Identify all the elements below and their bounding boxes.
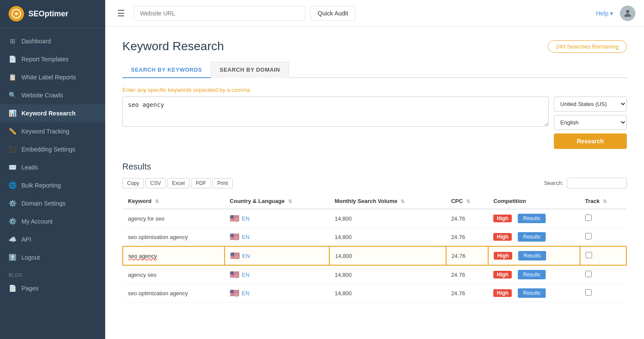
sidebar-item-white-label-reports[interactable]: 📋 White Label Reports bbox=[0, 68, 105, 86]
sidebar-item-bulk-reporting[interactable]: 🌐 Bulk Reporting bbox=[0, 176, 105, 194]
export-pdf-button[interactable]: PDF bbox=[191, 178, 211, 188]
export-print-button[interactable]: Print bbox=[213, 178, 233, 188]
help-chevron-icon: ▾ bbox=[610, 10, 613, 17]
results-button[interactable]: Results bbox=[518, 251, 546, 260]
cell-competition: High Results bbox=[488, 284, 580, 303]
sidebar: SEOptimer ⊞ Dashboard 📄 Report Templates… bbox=[0, 0, 105, 339]
cell-cpc: 24.76 bbox=[446, 209, 489, 228]
sidebar-item-embedding-settings[interactable]: ⬛ Embedding Settings bbox=[0, 140, 105, 158]
cell-cpc: 24.76 bbox=[446, 228, 489, 247]
lang-code: EN bbox=[242, 290, 249, 297]
sidebar-item-api[interactable]: ☁️ API bbox=[0, 230, 105, 248]
sidebar-item-label: Keyword Tracking bbox=[21, 128, 69, 135]
sort-track-icon[interactable]: ⇅ bbox=[603, 199, 607, 204]
sidebar-item-label: Website Crawls bbox=[21, 92, 63, 99]
user-avatar[interactable] bbox=[620, 6, 635, 21]
track-checkbox[interactable] bbox=[585, 215, 592, 221]
white-label-icon: 📋 bbox=[9, 73, 16, 81]
domain-settings-icon: ⚙️ bbox=[9, 200, 16, 207]
quick-audit-button[interactable]: Quick Audit bbox=[310, 6, 355, 21]
export-excel-button[interactable]: Excel bbox=[167, 178, 189, 188]
help-button[interactable]: Help ▾ bbox=[596, 10, 613, 17]
blog-section-label: Blog bbox=[0, 266, 105, 279]
searches-remaining-badge: 249 Searches Remaining bbox=[548, 40, 627, 53]
sidebar-item-pages[interactable]: 📄 Pages bbox=[0, 279, 105, 297]
sidebar-item-keyword-tracking[interactable]: ✏️ Keyword Tracking bbox=[0, 122, 105, 140]
cell-cpc: 24.76 bbox=[446, 284, 489, 303]
topbar-right: Help ▾ bbox=[596, 6, 635, 21]
cell-competition: High Results bbox=[488, 246, 580, 265]
track-checkbox[interactable] bbox=[585, 233, 592, 239]
results-button[interactable]: Results bbox=[518, 288, 545, 298]
export-copy-button[interactable]: Copy bbox=[122, 178, 144, 188]
page-title: Keyword Research bbox=[122, 39, 224, 53]
hint-prefix: Enter any specific bbox=[122, 87, 168, 93]
table-row: seo optimisation agency 🇺🇸 EN 14,800 24.… bbox=[123, 228, 626, 247]
svg-point-1 bbox=[626, 10, 629, 13]
cell-country-language: 🇺🇸 EN bbox=[225, 228, 329, 247]
sidebar-logo[interactable]: SEOptimer bbox=[0, 0, 105, 28]
embedding-icon: ⬛ bbox=[9, 145, 16, 153]
cell-volume: 14,800 bbox=[329, 246, 446, 265]
table-search-input[interactable] bbox=[567, 178, 627, 188]
country-select[interactable]: United States (US) United Kingdom (GB) A… bbox=[554, 97, 627, 112]
col-country-language: Country & Language ⇅ bbox=[225, 194, 329, 209]
tab-search-by-domain[interactable]: SEARCH BY DOMAIN bbox=[211, 62, 289, 78]
flag-icon: 🇺🇸 bbox=[230, 270, 239, 279]
results-button[interactable]: Results bbox=[518, 270, 545, 279]
sidebar-item-domain-settings[interactable]: ⚙️ Domain Settings bbox=[0, 194, 105, 212]
flag-icon: 🇺🇸 bbox=[230, 214, 239, 223]
lang-code: EN bbox=[242, 253, 250, 259]
report-templates-icon: 📄 bbox=[9, 55, 16, 63]
col-monthly-search-volume: Monthly Search Volume ⇅ bbox=[329, 194, 446, 209]
tab-search-by-keywords[interactable]: SEARCH BY KEYWORDS bbox=[122, 62, 211, 78]
topbar: ☰ Quick Audit Help ▾ bbox=[105, 0, 644, 27]
table-search-label: Search: bbox=[544, 180, 563, 186]
page-header: Keyword Research 249 Searches Remaining bbox=[122, 39, 627, 53]
sidebar-item-report-templates[interactable]: 📄 Report Templates bbox=[0, 50, 105, 68]
lang-code: EN bbox=[242, 215, 249, 222]
search-tabs: SEARCH BY KEYWORDS SEARCH BY DOMAIN bbox=[122, 62, 627, 78]
sort-keyword-icon[interactable]: ⇅ bbox=[155, 199, 159, 204]
cell-volume: 14,800 bbox=[329, 284, 446, 303]
search-controls: United States (US) United Kingdom (GB) A… bbox=[554, 97, 627, 149]
col-keyword: Keyword ⇅ bbox=[123, 194, 225, 209]
cell-track bbox=[580, 246, 626, 265]
cell-keyword: seo agency bbox=[123, 246, 225, 265]
language-select[interactable]: English Spanish French German bbox=[554, 115, 627, 130]
cell-track bbox=[580, 265, 626, 284]
competition-badge: High bbox=[493, 215, 512, 222]
export-csv-button[interactable]: CSV bbox=[146, 178, 166, 188]
keyword-input[interactable]: seo agency bbox=[122, 97, 549, 127]
cell-country-language: 🇺🇸 EN bbox=[225, 265, 329, 284]
competition-badge: High bbox=[493, 271, 512, 278]
sidebar-item-leads[interactable]: ✉️ Leads bbox=[0, 158, 105, 176]
table-row: agency seo 🇺🇸 EN 14,800 24.76 High Resul… bbox=[123, 265, 626, 284]
website-url-input[interactable] bbox=[134, 6, 305, 21]
search-hint: Enter any specific keywords separated by… bbox=[122, 87, 627, 93]
sidebar-item-dashboard[interactable]: ⊞ Dashboard bbox=[0, 32, 105, 50]
sidebar-item-keyword-research[interactable]: 📊 Keyword Research bbox=[0, 104, 105, 122]
search-row: seo agency United States (US) United Kin… bbox=[122, 97, 627, 149]
main-wrapper: ☰ Quick Audit Help ▾ Keyword Research 24… bbox=[105, 0, 644, 339]
sidebar-item-logout[interactable]: ⬆️ Logout bbox=[0, 248, 105, 266]
cell-volume: 14,800 bbox=[329, 228, 446, 247]
cell-track bbox=[580, 228, 626, 247]
hamburger-button[interactable]: ☰ bbox=[114, 6, 128, 20]
sidebar-item-my-account[interactable]: ⚙️ My Account bbox=[0, 212, 105, 230]
results-button[interactable]: Results bbox=[518, 232, 545, 242]
research-button[interactable]: Research bbox=[554, 133, 627, 149]
cell-keyword: agency for seo bbox=[123, 209, 225, 228]
sidebar-item-website-crawls[interactable]: 🔍 Website Crawls bbox=[0, 86, 105, 104]
cell-volume: 14,800 bbox=[329, 209, 446, 228]
track-checkbox[interactable] bbox=[586, 252, 592, 258]
sort-cpc-icon[interactable]: ⇅ bbox=[466, 199, 470, 204]
sort-volume-icon[interactable]: ⇅ bbox=[401, 199, 404, 204]
track-checkbox[interactable] bbox=[585, 271, 592, 277]
sort-country-icon[interactable]: ⇅ bbox=[288, 199, 292, 204]
track-checkbox[interactable] bbox=[585, 289, 592, 296]
help-label: Help bbox=[596, 10, 608, 17]
pages-icon: 📄 bbox=[9, 285, 16, 292]
table-controls: Copy CSV Excel PDF Print Search: bbox=[122, 178, 627, 188]
results-button[interactable]: Results bbox=[518, 214, 545, 223]
